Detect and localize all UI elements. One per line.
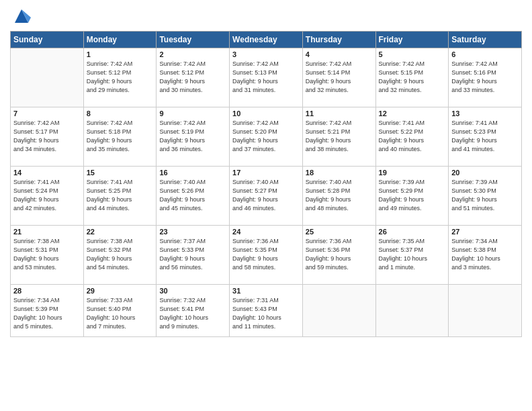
week-row-3: 14Sunrise: 7:41 AM Sunset: 5:24 PM Dayli…: [11, 167, 522, 226]
day-info: Sunrise: 7:36 AM Sunset: 5:36 PM Dayligh…: [306, 237, 373, 272]
day-info: Sunrise: 7:42 AM Sunset: 5:12 PM Dayligh…: [159, 60, 226, 95]
header: [10, 7, 522, 26]
day-info: Sunrise: 7:33 AM Sunset: 5:40 PM Dayligh…: [87, 296, 154, 331]
day-info: Sunrise: 7:42 AM Sunset: 5:13 PM Dayligh…: [232, 60, 300, 95]
day-info: Sunrise: 7:41 AM Sunset: 5:23 PM Dayligh…: [451, 119, 519, 154]
day-header-saturday: Saturday: [449, 32, 522, 48]
day-header-tuesday: Tuesday: [157, 32, 230, 48]
logo: [10, 7, 31, 26]
day-number: 20: [451, 169, 519, 177]
calendar-cell: 5Sunrise: 7:42 AM Sunset: 5:15 PM Daylig…: [375, 48, 449, 107]
calendar-cell: 14Sunrise: 7:41 AM Sunset: 5:24 PM Dayli…: [11, 167, 84, 226]
day-number: 26: [379, 228, 446, 236]
day-info: Sunrise: 7:32 AM Sunset: 5:41 PM Dayligh…: [159, 296, 226, 331]
calendar-cell: 2Sunrise: 7:42 AM Sunset: 5:12 PM Daylig…: [157, 48, 230, 107]
day-number: 11: [306, 109, 373, 118]
day-info: Sunrise: 7:42 AM Sunset: 5:19 PM Dayligh…: [159, 119, 226, 154]
day-info: Sunrise: 7:31 AM Sunset: 5:43 PM Dayligh…: [232, 296, 300, 331]
day-number: 2: [159, 50, 226, 58]
calendar-cell: 25Sunrise: 7:36 AM Sunset: 5:36 PM Dayli…: [302, 226, 375, 285]
day-info: Sunrise: 7:42 AM Sunset: 5:15 PM Dayligh…: [379, 60, 446, 95]
week-row-2: 7Sunrise: 7:42 AM Sunset: 5:17 PM Daylig…: [11, 107, 522, 167]
day-number: 23: [159, 228, 226, 236]
day-info: Sunrise: 7:39 AM Sunset: 5:29 PM Dayligh…: [379, 178, 446, 213]
calendar-cell: [375, 285, 449, 337]
calendar-body: 1Sunrise: 7:42 AM Sunset: 5:12 PM Daylig…: [11, 48, 522, 337]
calendar-cell: 30Sunrise: 7:32 AM Sunset: 5:41 PM Dayli…: [157, 285, 230, 337]
day-header-wednesday: Wednesday: [230, 32, 303, 48]
calendar-cell: 10Sunrise: 7:42 AM Sunset: 5:20 PM Dayli…: [230, 107, 303, 167]
day-number: 16: [159, 169, 226, 177]
calendar-cell: 24Sunrise: 7:36 AM Sunset: 5:35 PM Dayli…: [230, 226, 303, 285]
day-number: 14: [13, 169, 81, 177]
calendar-cell: 29Sunrise: 7:33 AM Sunset: 5:40 PM Dayli…: [83, 285, 157, 337]
calendar-cell: 23Sunrise: 7:37 AM Sunset: 5:33 PM Dayli…: [157, 226, 230, 285]
calendar-cell: 19Sunrise: 7:39 AM Sunset: 5:29 PM Dayli…: [375, 167, 449, 226]
day-number: 8: [87, 109, 154, 118]
calendar-cell: 27Sunrise: 7:34 AM Sunset: 5:38 PM Dayli…: [449, 226, 522, 285]
day-number: 7: [13, 109, 81, 118]
calendar-cell: 26Sunrise: 7:35 AM Sunset: 5:37 PM Dayli…: [375, 226, 449, 285]
calendar-cell: [11, 48, 84, 107]
day-number: 21: [13, 228, 81, 236]
calendar-cell: 15Sunrise: 7:41 AM Sunset: 5:25 PM Dayli…: [83, 167, 157, 226]
calendar-cell: 31Sunrise: 7:31 AM Sunset: 5:43 PM Dayli…: [230, 285, 303, 337]
day-info: Sunrise: 7:42 AM Sunset: 5:18 PM Dayligh…: [87, 119, 154, 154]
day-info: Sunrise: 7:40 AM Sunset: 5:27 PM Dayligh…: [232, 178, 300, 213]
day-header-monday: Monday: [83, 32, 157, 48]
day-number: 13: [451, 109, 519, 118]
calendar-cell: 13Sunrise: 7:41 AM Sunset: 5:23 PM Dayli…: [449, 107, 522, 167]
calendar-cell: 16Sunrise: 7:40 AM Sunset: 5:26 PM Dayli…: [157, 167, 230, 226]
week-row-1: 1Sunrise: 7:42 AM Sunset: 5:12 PM Daylig…: [11, 48, 522, 107]
day-number: 22: [87, 228, 154, 236]
calendar-cell: 8Sunrise: 7:42 AM Sunset: 5:18 PM Daylig…: [83, 107, 157, 167]
day-number: 31: [232, 287, 300, 295]
day-number: 30: [159, 287, 226, 295]
day-info: Sunrise: 7:41 AM Sunset: 5:24 PM Dayligh…: [13, 178, 81, 213]
day-number: 24: [232, 228, 300, 236]
day-info: Sunrise: 7:35 AM Sunset: 5:37 PM Dayligh…: [379, 237, 446, 272]
day-info: Sunrise: 7:36 AM Sunset: 5:35 PM Dayligh…: [232, 237, 300, 272]
calendar-cell: 9Sunrise: 7:42 AM Sunset: 5:19 PM Daylig…: [157, 107, 230, 167]
day-info: Sunrise: 7:34 AM Sunset: 5:38 PM Dayligh…: [451, 237, 519, 272]
calendar-cell: 7Sunrise: 7:42 AM Sunset: 5:17 PM Daylig…: [11, 107, 84, 167]
logo-icon: [12, 7, 31, 26]
calendar-cell: 11Sunrise: 7:42 AM Sunset: 5:21 PM Dayli…: [302, 107, 375, 167]
day-info: Sunrise: 7:42 AM Sunset: 5:12 PM Dayligh…: [87, 60, 154, 95]
day-number: 6: [451, 50, 519, 58]
calendar-cell: 17Sunrise: 7:40 AM Sunset: 5:27 PM Dayli…: [230, 167, 303, 226]
calendar-cell: 21Sunrise: 7:38 AM Sunset: 5:31 PM Dayli…: [11, 226, 84, 285]
day-header-friday: Friday: [375, 32, 449, 48]
day-info: Sunrise: 7:37 AM Sunset: 5:33 PM Dayligh…: [159, 237, 226, 272]
day-info: Sunrise: 7:42 AM Sunset: 5:17 PM Dayligh…: [13, 119, 81, 154]
day-info: Sunrise: 7:41 AM Sunset: 5:22 PM Dayligh…: [379, 119, 446, 154]
week-row-4: 21Sunrise: 7:38 AM Sunset: 5:31 PM Dayli…: [11, 226, 522, 285]
day-info: Sunrise: 7:41 AM Sunset: 5:25 PM Dayligh…: [87, 178, 154, 213]
day-number: 15: [87, 169, 154, 177]
day-number: 18: [306, 169, 373, 177]
day-header-sunday: Sunday: [11, 32, 84, 48]
day-number: 1: [87, 50, 154, 58]
day-number: 25: [306, 228, 373, 236]
day-number: 4: [306, 50, 373, 58]
day-info: Sunrise: 7:42 AM Sunset: 5:14 PM Dayligh…: [306, 60, 373, 95]
day-number: 9: [159, 109, 226, 118]
calendar-cell: 22Sunrise: 7:38 AM Sunset: 5:32 PM Dayli…: [83, 226, 157, 285]
calendar-cell: 4Sunrise: 7:42 AM Sunset: 5:14 PM Daylig…: [302, 48, 375, 107]
day-number: 19: [379, 169, 446, 177]
calendar-cell: 6Sunrise: 7:42 AM Sunset: 5:16 PM Daylig…: [449, 48, 522, 107]
day-number: 29: [87, 287, 154, 295]
calendar-cell: 1Sunrise: 7:42 AM Sunset: 5:12 PM Daylig…: [83, 48, 157, 107]
day-number: 17: [232, 169, 300, 177]
day-number: 5: [379, 50, 446, 58]
day-number: 27: [451, 228, 519, 236]
day-info: Sunrise: 7:40 AM Sunset: 5:28 PM Dayligh…: [306, 178, 373, 213]
day-info: Sunrise: 7:38 AM Sunset: 5:32 PM Dayligh…: [87, 237, 154, 272]
day-info: Sunrise: 7:38 AM Sunset: 5:31 PM Dayligh…: [13, 237, 81, 272]
calendar-page: SundayMondayTuesdayWednesdayThursdayFrid…: [0, 0, 532, 411]
calendar-cell: [449, 285, 522, 337]
day-number: 10: [232, 109, 300, 118]
day-info: Sunrise: 7:40 AM Sunset: 5:26 PM Dayligh…: [159, 178, 226, 213]
header-row: SundayMondayTuesdayWednesdayThursdayFrid…: [11, 32, 522, 48]
calendar-cell: 12Sunrise: 7:41 AM Sunset: 5:22 PM Dayli…: [375, 107, 449, 167]
